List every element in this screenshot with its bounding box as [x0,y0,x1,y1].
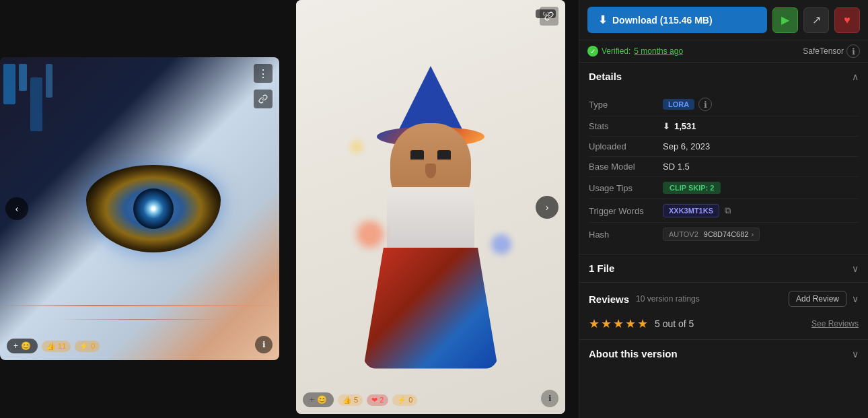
download-bar: ⬇ Download (115.46 MB) ▶ ↗ ♥ [579,0,868,40]
star-5: ★ [637,316,648,331]
usage-tips-label: Usage Tips [589,183,663,193]
details-grid: Type LORA ℹ Stats ⬇ 1,531 Uploaded Sep 6… [579,90,868,254]
star-2: ★ [601,316,612,331]
right-panel: ⬇ Download (115.46 MB) ▶ ↗ ♥ ✓ Verified:… [579,0,868,418]
wizard-image [296,0,565,414]
reviews-left: Reviews 10 version ratings [589,293,700,305]
type-label: Type [589,100,663,110]
lightning-badge-left: ⚡ 0 [75,341,100,352]
favorite-button[interactable]: ♥ [834,7,860,33]
wizard-figure [336,86,525,369]
thumbs-up-icon: 👍 [46,342,56,351]
add-icon: + [13,341,18,351]
heart-icon: ❤ [371,396,377,405]
details-header[interactable]: Details ∧ [579,63,868,90]
trigger-words-value: XXK3MT1KS ⧉ [663,204,732,217]
likes-badge-center: 👍 5 [338,394,363,406]
reviews-header: Reviews 10 version ratings Add Review ∨ [579,283,868,315]
lightning-center-icon: ⚡ [397,396,406,405]
star-4: ★ [625,316,636,331]
details-section: Details ∧ Type LORA ℹ Stats ⬇ 1,531 [579,63,868,254]
about-header[interactable]: About this version ∨ [579,340,868,368]
stats-download-icon: ⬇ [663,121,670,131]
hash-hash: 9C8D74C682 [704,230,749,238]
hash-type: AUTOV2 [669,230,698,238]
add-reaction-center-button[interactable]: + 😊 [303,392,334,407]
details-title: Details [589,71,622,82]
stats-value: ⬇ 1,531 [663,121,696,131]
uploaded-row: Uploaded Sep 6, 2023 [589,137,859,157]
file-section: 1 File ∨ [579,254,868,283]
gallery-panel: ‹ ⋮ + 😊 👍 11 ⚡ 0 ℹ [0,0,579,418]
card-link-button[interactable] [254,90,273,108]
prev-arrow-button[interactable]: ‹ [5,197,28,220]
center-card-link-button[interactable] [540,7,558,26]
verified-label: Verified: [602,46,630,56]
add-reaction-button[interactable]: + 😊 [7,339,38,353]
reviews-chevron-icon: ∨ [852,293,859,304]
image-card-left: ‹ ⋮ + 😊 👍 11 ⚡ 0 ℹ [0,57,279,360]
file-section-title: 1 File [589,263,614,274]
reviews-section: Reviews 10 version ratings Add Review ∨ … [579,283,868,340]
file-section-header[interactable]: 1 File ∨ [579,254,868,282]
verified-row: ✓ Verified: 5 months ago SafeTensor ℹ [579,40,868,63]
reviews-title: Reviews [589,293,629,305]
download-button[interactable]: ⬇ Download (115.46 MB) [587,7,767,33]
about-title: About this version [589,348,678,359]
play-button[interactable]: ▶ [772,7,798,33]
stats-label: Stats [589,121,663,131]
card-footer-left: + 😊 👍 11 ⚡ 0 [7,339,100,353]
trigger-words-row: Trigger Words XXK3MT1KS ⧉ [589,199,859,223]
verified-time[interactable]: 5 months ago [634,46,683,56]
hash-value: AUTOV2 9C8D74C682 › [663,228,760,241]
rating-text: 5 out of 5 [655,318,694,329]
clip-skip-tag: CLIP SKIP: 2 [663,182,721,194]
card-footer-center: + 😊 👍 5 ❤ 2 ⚡ 0 [303,392,417,407]
uploaded-value: Sep 6, 2023 [663,141,710,151]
eye-illustration [86,165,221,252]
share-icon: ↗ [812,13,821,26]
play-icon: ▶ [781,13,789,26]
about-chevron-icon: ∨ [852,349,859,359]
heart-favorite-icon: ♥ [844,14,851,26]
type-value: LORA ℹ [663,98,712,111]
safe-tensor-info-button[interactable]: ℹ [846,44,860,58]
star-1: ★ [589,316,600,331]
card-menu-button[interactable]: ⋮ [254,64,273,83]
safe-tensor-label: SafeTensor ℹ [803,44,860,58]
copy-trigger-button[interactable]: ⧉ [723,205,732,216]
details-chevron-icon: ∧ [852,71,859,82]
card-info-button-left[interactable]: ℹ [255,336,273,353]
hash-label: Hash [589,230,663,240]
download-icon: ⬇ [598,13,607,26]
type-info-button[interactable]: ℹ [698,98,712,111]
file-chevron-icon: ∨ [852,263,859,274]
version-ratings: 10 version ratings [636,294,700,304]
see-reviews-button[interactable]: See Reviews [811,319,859,328]
likes-badge: 👍 11 [42,341,71,352]
add-review-button[interactable]: Add Review [789,291,846,307]
verified-check-icon: ✓ [587,46,598,57]
emoji-icon: 😊 [21,341,31,351]
type-row: Type LORA ℹ [589,93,859,116]
reviews-stars-row: ★ ★ ★ ★ ★ 5 out of 5 See Reviews [579,315,868,339]
eye-pupil [133,188,174,229]
next-arrow-button[interactable]: › [536,196,558,219]
about-section: About this version ∨ [579,340,868,368]
eye-image [0,57,279,360]
add-icon-center: + [310,395,314,405]
verified-badge: ✓ Verified: 5 months ago [587,46,683,57]
base-model-label: Base Model [589,162,663,172]
lora-tag: LORA [663,99,694,110]
base-model-value: SD 1.5 [663,162,690,172]
lightning-icon: ⚡ [79,342,89,351]
image-card-center: 3 › + 😊 👍 5 ❤ 2 ⚡ [296,0,565,414]
lightning-badge-center: ⚡ 0 [392,394,417,406]
emoji-icon-center: 😊 [317,395,327,405]
star-3: ★ [613,316,624,331]
hash-box: AUTOV2 9C8D74C682 › [663,228,760,241]
share-button[interactable]: ↗ [803,7,829,33]
trigger-words-label: Trigger Words [589,206,663,216]
hash-expand-icon[interactable]: › [751,230,754,238]
card-info-button-center[interactable]: ℹ [541,390,558,407]
